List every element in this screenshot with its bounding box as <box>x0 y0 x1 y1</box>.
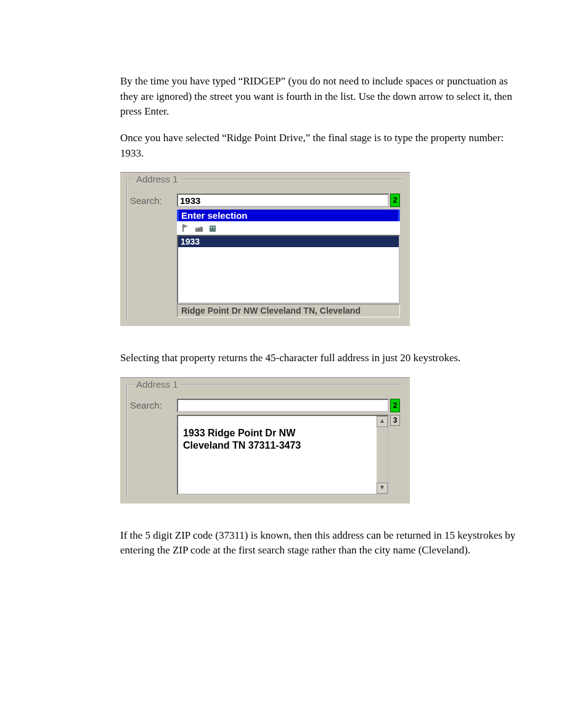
stage-badge: 2 <box>390 194 400 207</box>
result-line: Cleveland TN 37311-3473 <box>183 439 383 452</box>
address-groupbox-1: Address 1 Search: 2 Enter selection <box>120 172 410 326</box>
flag-icon[interactable] <box>181 223 190 233</box>
svg-rect-3 <box>213 227 214 228</box>
svg-rect-1 <box>210 226 216 232</box>
list-item[interactable]: 1933 <box>178 236 399 247</box>
status-bar: Ridge Point Dr NW Cleveland TN, Clevelan… <box>177 304 400 317</box>
paragraph-2: Once you have selected “Ridge Point Driv… <box>120 131 526 161</box>
building-icon[interactable] <box>208 223 218 233</box>
scroll-up-icon[interactable]: ▲ <box>377 416 388 427</box>
stage-badge-2: 2 <box>390 399 400 412</box>
address-result-box[interactable]: ▲ ▼ 1933 Ridge Point Dr NW Cleveland TN … <box>177 415 389 495</box>
search-input[interactable] <box>177 399 389 412</box>
paragraph-3: Selecting that property returns the 45-c… <box>120 351 526 366</box>
svg-rect-2 <box>211 227 212 228</box>
paragraph-4: If the 5 digit ZIP code (37311) is known… <box>120 528 526 558</box>
scrollbar[interactable]: ▲ ▼ <box>377 416 388 494</box>
result-line: 1933 Ridge Point Dr NW <box>183 427 383 439</box>
svg-rect-0 <box>182 224 184 232</box>
address-groupbox-2: Address 1 Search: 2 ▲ ▼ 1933 Ridge Point… <box>120 377 410 504</box>
search-label: Search: <box>130 400 177 410</box>
factory-icon[interactable] <box>194 223 204 233</box>
stage-badge-3: 3 <box>390 415 400 426</box>
paragraph-1: By the time you have typed “RIDGEP” (you… <box>120 74 526 120</box>
filter-icon-row <box>177 221 400 235</box>
selection-header: Enter selection <box>177 210 400 221</box>
search-label: Search: <box>130 195 177 206</box>
results-listbox[interactable]: 1933 <box>177 235 400 304</box>
search-input[interactable] <box>177 194 389 207</box>
scroll-down-icon[interactable]: ▼ <box>377 483 388 494</box>
